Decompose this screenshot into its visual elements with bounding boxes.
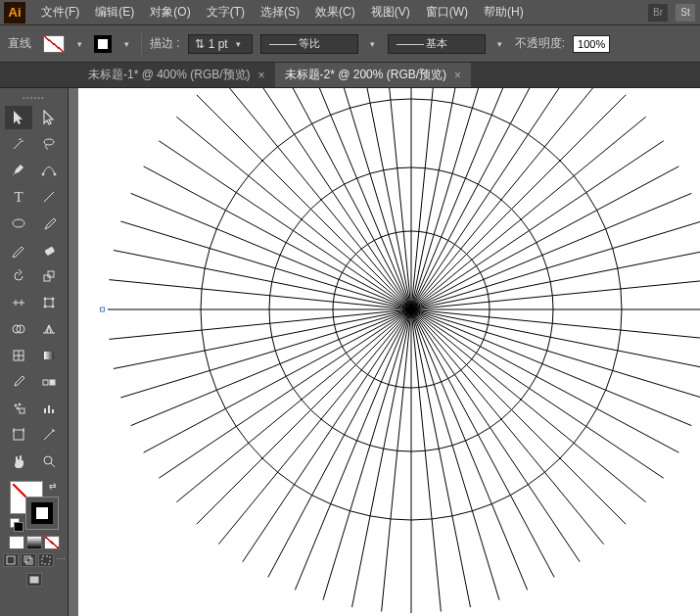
blend-tool[interactable] [35, 370, 63, 394]
free-transform-tool[interactable] [35, 291, 63, 314]
stroke-stepper-icon[interactable]: ⇅ [195, 37, 205, 51]
rotate-tool[interactable] [5, 264, 32, 288]
menu-view[interactable]: 视图(V) [363, 0, 418, 24]
profile1-dropdown[interactable]: ▾ [366, 37, 380, 51]
svg-line-32 [51, 463, 55, 467]
svg-line-58 [295, 309, 411, 590]
more-icon[interactable]: ⋯ [56, 553, 66, 567]
tools-panel: •••••• T [0, 88, 69, 616]
lasso-tool[interactable] [35, 132, 63, 156]
color-mode-button[interactable] [9, 536, 24, 549]
selection-tool[interactable] [5, 106, 32, 129]
fill-dropdown[interactable]: ▾ [72, 37, 86, 51]
svg-rect-24 [20, 408, 24, 413]
default-fill-stroke-icon[interactable] [10, 518, 22, 530]
draw-normal-button[interactable] [3, 553, 19, 567]
screen-mode-button[interactable] [26, 573, 42, 587]
stock-button[interactable]: St [675, 3, 696, 23]
none-mode-button[interactable] [44, 536, 60, 549]
variable-width-profile[interactable]: 等比 [260, 34, 358, 54]
bridge-button[interactable]: Br [647, 3, 669, 23]
stroke-weight-input[interactable]: ⇅ 1 pt ▾ [188, 34, 253, 54]
document-tab[interactable]: 未标题-1* @ 400% (RGB/预览) × [78, 63, 275, 87]
zoom-tool[interactable] [35, 450, 63, 473]
selection-handle[interactable] [100, 308, 105, 312]
svg-rect-34 [24, 556, 30, 562]
svg-rect-7 [48, 271, 54, 277]
menu-help[interactable]: 帮助(H) [476, 0, 532, 24]
ellipse-tool[interactable] [5, 212, 32, 235]
pen-tool[interactable] [5, 159, 32, 182]
perspective-grid-tool[interactable] [35, 317, 63, 341]
profile2-dropdown[interactable]: ▾ [493, 37, 507, 51]
curvature-tool[interactable] [35, 159, 63, 182]
eraser-tool[interactable] [35, 238, 63, 261]
stroke-dropdown[interactable]: ▾ [119, 37, 133, 51]
stroke-color-swatch[interactable] [25, 497, 59, 530]
swap-fill-stroke-icon[interactable]: ⇄ [49, 481, 57, 491]
brush-definition[interactable]: 基本 [388, 34, 486, 54]
svg-line-66 [131, 309, 411, 426]
svg-point-23 [17, 407, 19, 409]
svg-line-69 [109, 309, 411, 339]
menu-effect[interactable]: 效果(C) [307, 0, 363, 24]
menu-select[interactable]: 选择(S) [253, 0, 307, 24]
symbol-sprayer-tool[interactable] [5, 397, 32, 420]
svg-point-4 [13, 219, 24, 227]
menu-object[interactable]: 对象(O) [142, 0, 198, 24]
eyedropper-tool[interactable] [5, 370, 32, 394]
menu-edit[interactable]: 编辑(E) [87, 0, 142, 24]
svg-rect-36 [42, 556, 50, 564]
draw-inside-button[interactable] [38, 553, 54, 567]
menu-window[interactable]: 窗口(W) [418, 0, 476, 24]
direct-selection-tool[interactable] [35, 106, 63, 129]
artwork-sunburst[interactable] [98, 88, 700, 616]
gradient-tool[interactable] [35, 344, 63, 367]
svg-line-75 [144, 166, 411, 309]
line-segment-tool[interactable] [35, 185, 63, 209]
panel-grip[interactable]: •••••• [20, 92, 49, 102]
mesh-tool[interactable] [5, 344, 32, 367]
svg-line-50 [411, 309, 528, 590]
svg-point-10 [52, 298, 54, 300]
document-tab[interactable]: 未标题-2* @ 200% (RGB/预览) × [275, 63, 472, 87]
fill-stroke-control[interactable]: ⇄ [6, 477, 63, 534]
hand-tool[interactable] [5, 450, 32, 473]
svg-rect-19 [43, 380, 48, 385]
opacity-value[interactable]: 100% [573, 35, 610, 53]
pencil-tool[interactable] [5, 238, 32, 261]
svg-point-9 [44, 298, 46, 300]
slice-tool[interactable] [35, 423, 63, 447]
opacity-label: 不透明度: [515, 35, 565, 52]
canvas-viewport[interactable] [69, 88, 700, 616]
type-tool[interactable]: T [5, 185, 32, 209]
stroke-weight-dropdown[interactable]: ▾ [232, 37, 246, 51]
magic-wand-tool[interactable] [5, 132, 32, 156]
svg-line-77 [176, 117, 411, 309]
scale-tool[interactable] [35, 264, 63, 288]
svg-line-39 [411, 309, 700, 339]
draw-behind-button[interactable] [21, 553, 36, 567]
artboard[interactable] [78, 88, 700, 616]
artboard-tool[interactable] [5, 423, 32, 447]
svg-rect-27 [52, 409, 54, 413]
column-graph-tool[interactable] [35, 397, 63, 420]
menu-bar: Ai 文件(F) 编辑(E) 对象(O) 文字(T) 选择(S) 效果(C) 视… [0, 0, 700, 25]
menu-file[interactable]: 文件(F) [33, 0, 87, 24]
svg-line-87 [411, 88, 441, 309]
shape-builder-tool[interactable] [5, 317, 32, 341]
close-icon[interactable]: × [454, 69, 461, 82]
stroke-weight-label: 描边 : [150, 35, 180, 52]
stroke-swatch[interactable] [94, 35, 112, 53]
svg-rect-28 [14, 430, 23, 440]
menu-type[interactable]: 文字(T) [199, 0, 253, 24]
close-icon[interactable]: × [258, 69, 265, 82]
svg-line-74 [131, 193, 411, 309]
fill-swatch[interactable] [43, 35, 65, 53]
svg-line-97 [411, 166, 678, 309]
paintbrush-tool[interactable] [35, 212, 63, 235]
gradient-mode-button[interactable] [26, 536, 42, 549]
svg-line-65 [144, 309, 411, 452]
width-tool[interactable] [5, 291, 32, 314]
svg-line-61 [218, 309, 411, 545]
